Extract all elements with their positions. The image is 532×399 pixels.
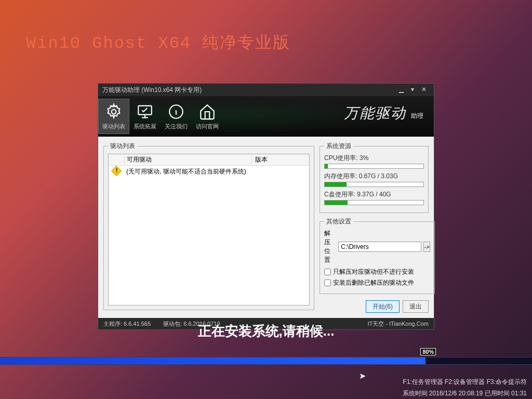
titlebar[interactable]: 万能驱动助理 (Win10.x64 网卡专用) ▁ ▾ ✕ [98, 84, 434, 96]
driver-assistant-window: 万能驱动助理 (Win10.x64 网卡专用) ▁ ▾ ✕ 驱动列表 系统拓展 … [98, 83, 434, 330]
tab-driver-list[interactable]: 驱动列表 [98, 99, 129, 134]
browse-button[interactable]: -> [423, 242, 430, 252]
home-icon [198, 103, 216, 121]
start-button[interactable]: 开始(6) [366, 300, 400, 313]
tab-label: 系统拓展 [134, 123, 156, 130]
tab-website[interactable]: 访问官网 [192, 99, 223, 134]
driver-list[interactable]: 可用驱动 版本 (无可用驱动, 驱动可能不适合当前硬件系统) [108, 154, 310, 305]
exit-button[interactable]: 退出 [403, 300, 429, 313]
driver-empty-msg: (无可用驱动, 驱动可能不适合当前硬件系统) [124, 167, 309, 176]
settings-panel: 其他设置 解压位置 -> 只解压对应驱动但不进行安装 安装后删除已解压的驱动文件 [320, 217, 435, 294]
resources-legend: 系统资源 [324, 142, 353, 151]
monitor-check-icon [136, 103, 154, 121]
extract-path-input[interactable] [338, 242, 421, 252]
settings-legend: 其他设置 [324, 217, 353, 226]
tab-follow-us[interactable]: 关注我们 [161, 99, 192, 134]
delete-after-checkbox[interactable] [324, 280, 331, 286]
disk-usage: C盘使用率: 9.37G / 40G [324, 190, 424, 205]
resources-panel: 系统资源 CPU使用率: 3% 内存使用率: 0.67G / 3.03G C盘使… [320, 142, 429, 213]
install-progress-label: 80% [420, 348, 436, 355]
close-icon[interactable]: ✕ [418, 86, 430, 94]
memory-usage: 内存使用率: 0.67G / 3.03G [324, 172, 424, 187]
info-icon [167, 103, 185, 121]
gear-icon [105, 103, 123, 121]
install-message: 正在安装系统,请稍候... [0, 322, 532, 340]
extract-only-option[interactable]: 只解压对应驱动但不进行安装 [324, 268, 430, 276]
driver-empty-row: (无可用驱动, 驱动可能不适合当前硬件系统) [109, 166, 309, 177]
install-progress-fill: 80% [0, 357, 425, 364]
system-time-line: 系统时间 2016/12/6 20:08:19 已用时间 01:31 [403, 388, 527, 399]
disk-label: C盘使用率: 9.37G / 40G [324, 190, 424, 199]
minimize-icon[interactable]: ▁ [395, 86, 407, 94]
tab-label: 驱动列表 [102, 123, 125, 130]
col-version[interactable]: 版本 [252, 155, 309, 164]
tab-label: 访问官网 [196, 123, 219, 130]
pin-icon[interactable]: ▾ [407, 86, 418, 94]
svg-point-0 [112, 109, 116, 114]
content-area: 驱动列表 可用驱动 版本 (无可用驱动, 驱动可能不适合当前硬件系统) 系统资源 [98, 137, 434, 318]
delete-after-option[interactable]: 安装后删除已解压的驱动文件 [324, 278, 430, 287]
driver-list-legend: 驱动列表 [108, 142, 137, 151]
col-available[interactable]: 可用驱动 [124, 155, 252, 164]
cursor-icon: ➤ [359, 371, 366, 381]
memory-label: 内存使用率: 0.67G / 3.03G [324, 172, 424, 181]
tab-label: 关注我们 [165, 123, 188, 130]
warning-icon [109, 167, 124, 176]
window-title: 万能驱动助理 (Win10.x64 网卡专用) [102, 86, 395, 95]
brand-logo: 万能驱动 助理 [344, 103, 423, 123]
extract-label: 解压位置 [324, 229, 336, 264]
page-title: Win10 Ghost X64 纯净专业版 [26, 31, 290, 54]
cpu-usage: CPU使用率: 3% [324, 154, 424, 169]
install-progress-bar: 80% [0, 357, 532, 365]
toolbar: 驱动列表 系统拓展 关注我们 访问官网 万能驱动 助理 [98, 96, 434, 137]
bottom-status: F1:任务管理器 F2:设备管理器 F3:命令提示符 系统时间 2016/12/… [403, 372, 527, 399]
action-row: 开始(6) 退出 [320, 300, 429, 313]
hotkeys-line: F1:任务管理器 F2:设备管理器 F3:命令提示符 [403, 376, 527, 388]
driver-list-header: 可用驱动 版本 [109, 154, 309, 166]
tab-system-ext[interactable]: 系统拓展 [129, 99, 161, 134]
driver-list-panel: 驱动列表 可用驱动 版本 (无可用驱动, 驱动可能不适合当前硬件系统) [103, 142, 314, 310]
cpu-label: CPU使用率: 3% [324, 154, 424, 163]
extract-only-checkbox[interactable] [324, 269, 331, 275]
